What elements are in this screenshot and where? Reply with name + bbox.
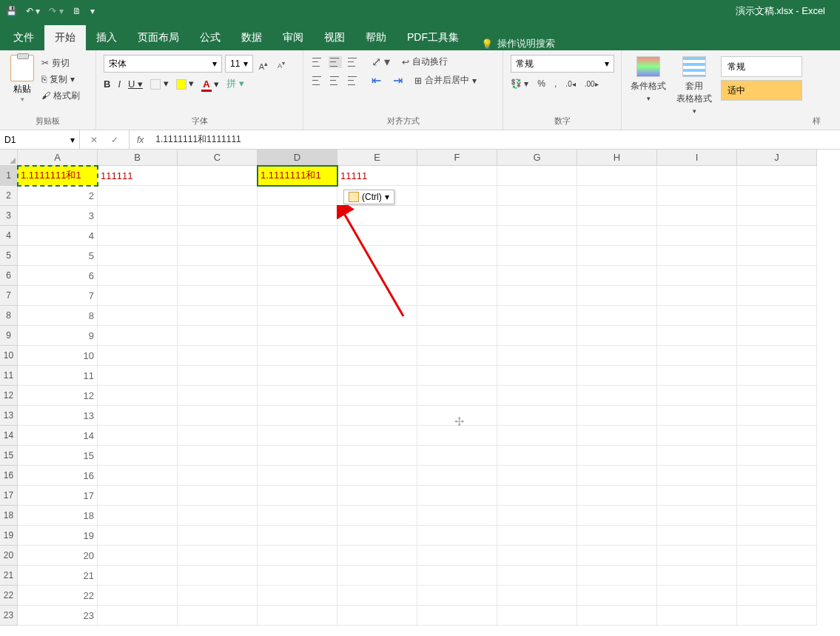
cell-A6[interactable]: 6 bbox=[18, 266, 98, 286]
cell-H14[interactable] bbox=[577, 426, 657, 446]
col-header-C[interactable]: C bbox=[178, 150, 258, 166]
cell-C1[interactable] bbox=[178, 166, 258, 186]
cell-I11[interactable] bbox=[657, 366, 737, 386]
row-header-21[interactable]: 21 bbox=[0, 566, 18, 586]
cell-H16[interactable] bbox=[577, 466, 657, 486]
cell-F23[interactable] bbox=[417, 606, 497, 626]
cell-G15[interactable] bbox=[497, 446, 577, 466]
cell-J5[interactable] bbox=[737, 246, 817, 266]
border-button[interactable]: ▾ bbox=[150, 78, 169, 90]
qat-more-icon[interactable]: ▾ bbox=[90, 6, 95, 16]
tab-view[interactable]: 视图 bbox=[314, 25, 355, 50]
cell-A23[interactable]: 23 bbox=[18, 606, 98, 626]
cell-E15[interactable] bbox=[337, 446, 417, 466]
cell-G18[interactable] bbox=[497, 506, 577, 526]
cell-J12[interactable] bbox=[737, 386, 817, 406]
cell-E5[interactable] bbox=[337, 246, 417, 266]
cell-F14[interactable] bbox=[417, 426, 497, 446]
cell-A4[interactable]: 4 bbox=[18, 226, 98, 246]
row-header-16[interactable]: 16 bbox=[0, 466, 18, 486]
cell-E12[interactable] bbox=[337, 386, 417, 406]
cell-H12[interactable] bbox=[577, 386, 657, 406]
cell-B23[interactable] bbox=[98, 606, 178, 626]
copy-button[interactable]: ⎘复制 ▾ bbox=[41, 71, 80, 87]
cell-F4[interactable] bbox=[417, 226, 497, 246]
cell-G12[interactable] bbox=[497, 386, 577, 406]
percent-button[interactable]: % bbox=[537, 78, 545, 89]
cell-H17[interactable] bbox=[577, 486, 657, 506]
cell-H1[interactable] bbox=[577, 166, 657, 186]
cell-E21[interactable] bbox=[337, 566, 417, 586]
cell-D13[interactable] bbox=[258, 406, 337, 426]
cell-F10[interactable] bbox=[417, 346, 497, 366]
cell-H22[interactable] bbox=[577, 586, 657, 606]
cell-H7[interactable] bbox=[577, 286, 657, 306]
cell-D12[interactable] bbox=[258, 386, 337, 406]
cell-G19[interactable] bbox=[497, 526, 577, 546]
cell-D5[interactable] bbox=[258, 246, 337, 266]
cell-B8[interactable] bbox=[98, 306, 178, 326]
cell-B17[interactable] bbox=[98, 486, 178, 506]
cell-F5[interactable] bbox=[417, 246, 497, 266]
cell-E23[interactable] bbox=[337, 606, 417, 626]
cell-G10[interactable] bbox=[497, 346, 577, 366]
cell-C10[interactable] bbox=[178, 346, 258, 366]
cell-C16[interactable] bbox=[178, 466, 258, 486]
cell-F3[interactable] bbox=[417, 206, 497, 226]
cell-G14[interactable] bbox=[497, 426, 577, 446]
cell-I14[interactable] bbox=[657, 426, 737, 446]
conditional-format-button[interactable]: 条件格式▾ bbox=[629, 56, 668, 128]
cell-A1[interactable]: 1.1111111和1 bbox=[18, 166, 98, 186]
tab-layout[interactable]: 页面布局 bbox=[127, 25, 189, 50]
merge-center-button[interactable]: ⊞合并后居中 ▾ bbox=[414, 74, 477, 87]
cell-B21[interactable] bbox=[98, 566, 178, 586]
cell-B9[interactable] bbox=[98, 326, 178, 346]
cell-J3[interactable] bbox=[737, 206, 817, 226]
cell-E9[interactable] bbox=[337, 326, 417, 346]
chevron-down-icon[interactable]: ▾ bbox=[7, 96, 37, 103]
cell-D9[interactable] bbox=[258, 326, 337, 346]
cell-E1[interactable]: 11111 bbox=[337, 166, 417, 186]
increase-font-button[interactable]: A▴ bbox=[256, 56, 271, 71]
cell-styles-gallery[interactable]: 常规 适中 bbox=[721, 56, 802, 128]
select-all-button[interactable] bbox=[0, 150, 18, 166]
cell-F15[interactable] bbox=[417, 446, 497, 466]
cell-D22[interactable] bbox=[258, 586, 337, 606]
cell-D7[interactable] bbox=[258, 286, 337, 306]
fill-color-button[interactable]: ▾ bbox=[176, 78, 195, 90]
cell-B15[interactable] bbox=[98, 446, 178, 466]
row-header-17[interactable]: 17 bbox=[0, 486, 18, 506]
cell-J19[interactable] bbox=[737, 526, 817, 546]
cell-D11[interactable] bbox=[258, 366, 337, 386]
cell-I10[interactable] bbox=[657, 346, 737, 366]
cell-I16[interactable] bbox=[657, 466, 737, 486]
col-header-D[interactable]: D bbox=[258, 150, 337, 166]
align-left-button[interactable] bbox=[311, 75, 324, 87]
name-box[interactable]: D1▾ bbox=[0, 130, 80, 149]
cell-J20[interactable] bbox=[737, 546, 817, 566]
cell-F12[interactable] bbox=[417, 386, 497, 406]
cell-I6[interactable] bbox=[657, 266, 737, 286]
cell-A18[interactable]: 18 bbox=[18, 506, 98, 526]
cell-B2[interactable] bbox=[98, 186, 178, 206]
cell-I7[interactable] bbox=[657, 286, 737, 306]
cell-A10[interactable]: 10 bbox=[18, 346, 98, 366]
align-center-button[interactable] bbox=[329, 75, 342, 87]
cell-B20[interactable] bbox=[98, 546, 178, 566]
cell-H10[interactable] bbox=[577, 346, 657, 366]
cell-I13[interactable] bbox=[657, 406, 737, 426]
col-header-J[interactable]: J bbox=[737, 150, 817, 166]
cell-C19[interactable] bbox=[178, 526, 258, 546]
align-right-button[interactable] bbox=[346, 75, 360, 87]
redo-icon[interactable]: ↷ ▾ bbox=[49, 6, 63, 16]
cell-F11[interactable] bbox=[417, 366, 497, 386]
number-format-select[interactable]: 常规▾ bbox=[511, 55, 614, 73]
cell-C12[interactable] bbox=[178, 386, 258, 406]
cell-D19[interactable] bbox=[258, 526, 337, 546]
row-header-19[interactable]: 19 bbox=[0, 526, 18, 546]
cell-F20[interactable] bbox=[417, 546, 497, 566]
row-header-13[interactable]: 13 bbox=[0, 406, 18, 426]
confirm-edit-icon[interactable]: ✓ bbox=[111, 135, 118, 145]
row-header-2[interactable]: 2 bbox=[0, 186, 18, 206]
align-top-button[interactable] bbox=[311, 56, 324, 68]
